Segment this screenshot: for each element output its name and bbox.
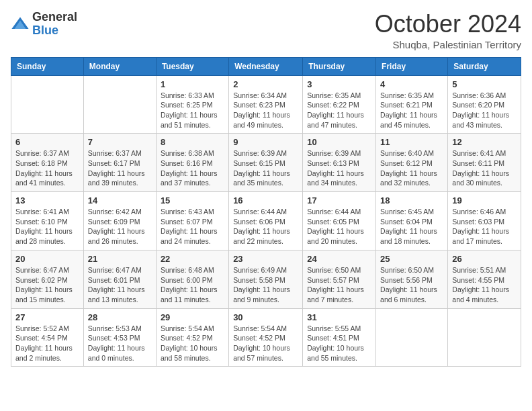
calendar-cell: 19Sunrise: 6:46 AM Sunset: 6:03 PM Dayli… xyxy=(448,192,521,250)
calendar-cell: 25Sunrise: 6:50 AM Sunset: 5:56 PM Dayli… xyxy=(376,250,448,308)
calendar-cell: 24Sunrise: 6:50 AM Sunset: 5:57 PM Dayli… xyxy=(303,250,376,308)
day-number: 5 xyxy=(452,79,517,89)
calendar-cell xyxy=(448,308,521,367)
calendar-cell: 29Sunrise: 5:54 AM Sunset: 4:52 PM Dayli… xyxy=(156,308,228,367)
day-number: 21 xyxy=(88,254,152,264)
weekday-header-sunday: Sunday xyxy=(11,57,84,75)
week-row-3: 13Sunrise: 6:41 AM Sunset: 6:10 PM Dayli… xyxy=(11,192,521,250)
day-info: Sunrise: 6:38 AM Sunset: 6:16 PM Dayligh… xyxy=(161,148,224,188)
day-number: 3 xyxy=(307,79,371,89)
calendar-cell: 3Sunrise: 6:35 AM Sunset: 6:22 PM Daylig… xyxy=(303,75,376,134)
day-info: Sunrise: 6:33 AM Sunset: 6:25 PM Dayligh… xyxy=(161,91,224,130)
day-number: 9 xyxy=(233,137,298,147)
day-info: Sunrise: 6:41 AM Sunset: 6:11 PM Dayligh… xyxy=(452,148,517,188)
day-info: Sunrise: 5:55 AM Sunset: 4:51 PM Dayligh… xyxy=(307,324,371,363)
calendar-cell: 12Sunrise: 6:41 AM Sunset: 6:11 PM Dayli… xyxy=(448,134,521,192)
calendar-cell: 31Sunrise: 5:55 AM Sunset: 4:51 PM Dayli… xyxy=(303,308,376,367)
weekday-header-tuesday: Tuesday xyxy=(156,57,228,75)
weekday-header-saturday: Saturday xyxy=(448,57,521,75)
calendar-cell: 22Sunrise: 6:48 AM Sunset: 6:00 PM Dayli… xyxy=(156,250,228,308)
day-info: Sunrise: 6:50 AM Sunset: 5:56 PM Dayligh… xyxy=(380,265,443,305)
day-info: Sunrise: 6:48 AM Sunset: 6:00 PM Dayligh… xyxy=(161,265,224,305)
calendar-cell: 21Sunrise: 6:47 AM Sunset: 6:01 PM Dayli… xyxy=(83,250,156,308)
day-info: Sunrise: 6:46 AM Sunset: 6:03 PM Dayligh… xyxy=(452,207,517,246)
day-info: Sunrise: 5:54 AM Sunset: 4:52 PM Dayligh… xyxy=(161,324,224,363)
calendar-cell: 18Sunrise: 6:45 AM Sunset: 6:04 PM Dayli… xyxy=(376,192,448,250)
day-number: 8 xyxy=(161,137,224,147)
day-info: Sunrise: 5:53 AM Sunset: 4:53 PM Dayligh… xyxy=(88,324,152,363)
logo-text: General Blue xyxy=(32,11,77,38)
day-number: 27 xyxy=(15,312,79,322)
day-info: Sunrise: 6:44 AM Sunset: 6:05 PM Dayligh… xyxy=(307,207,371,246)
title-section: October 2024 Shuqba, Palestinian Territo… xyxy=(375,11,521,50)
day-number: 6 xyxy=(15,137,79,147)
logo-general: General xyxy=(32,11,77,24)
month-title: October 2024 xyxy=(375,11,521,38)
weekday-header-friday: Friday xyxy=(376,57,448,75)
day-info: Sunrise: 6:39 AM Sunset: 6:13 PM Dayligh… xyxy=(307,148,371,188)
day-number: 22 xyxy=(161,254,224,264)
day-number: 11 xyxy=(380,137,443,147)
day-number: 16 xyxy=(233,195,298,205)
calendar-cell: 8Sunrise: 6:38 AM Sunset: 6:16 PM Daylig… xyxy=(156,134,228,192)
weekday-header-wednesday: Wednesday xyxy=(229,57,303,75)
week-row-1: 1Sunrise: 6:33 AM Sunset: 6:25 PM Daylig… xyxy=(11,75,521,134)
day-info: Sunrise: 5:52 AM Sunset: 4:54 PM Dayligh… xyxy=(15,324,79,363)
calendar-cell: 13Sunrise: 6:41 AM Sunset: 6:10 PM Dayli… xyxy=(11,192,84,250)
day-number: 14 xyxy=(88,195,152,205)
week-row-5: 27Sunrise: 5:52 AM Sunset: 4:54 PM Dayli… xyxy=(11,308,521,367)
week-row-2: 6Sunrise: 6:37 AM Sunset: 6:18 PM Daylig… xyxy=(11,134,521,192)
calendar-cell: 28Sunrise: 5:53 AM Sunset: 4:53 PM Dayli… xyxy=(83,308,156,367)
day-number: 12 xyxy=(452,137,517,147)
logo-blue: Blue xyxy=(32,24,77,38)
weekday-header-monday: Monday xyxy=(83,57,156,75)
day-info: Sunrise: 6:49 AM Sunset: 5:58 PM Dayligh… xyxy=(233,265,298,305)
calendar-cell: 14Sunrise: 6:42 AM Sunset: 6:09 PM Dayli… xyxy=(83,192,156,250)
day-number: 26 xyxy=(452,254,517,264)
day-info: Sunrise: 6:36 AM Sunset: 6:20 PM Dayligh… xyxy=(452,91,517,130)
day-number: 29 xyxy=(161,312,224,322)
day-number: 1 xyxy=(161,79,224,89)
calendar-cell xyxy=(11,75,84,134)
calendar-cell: 30Sunrise: 5:54 AM Sunset: 4:52 PM Dayli… xyxy=(229,308,303,367)
day-info: Sunrise: 6:40 AM Sunset: 6:12 PM Dayligh… xyxy=(380,148,443,188)
day-info: Sunrise: 6:37 AM Sunset: 6:17 PM Dayligh… xyxy=(88,148,152,188)
logo: General Blue xyxy=(11,11,77,38)
day-number: 25 xyxy=(380,254,443,264)
day-info: Sunrise: 6:34 AM Sunset: 6:23 PM Dayligh… xyxy=(233,91,298,130)
day-number: 23 xyxy=(233,254,298,264)
day-info: Sunrise: 6:35 AM Sunset: 6:22 PM Dayligh… xyxy=(307,91,371,130)
weekday-header-thursday: Thursday xyxy=(303,57,376,75)
calendar-cell: 4Sunrise: 6:35 AM Sunset: 6:21 PM Daylig… xyxy=(376,75,448,134)
calendar-cell: 1Sunrise: 6:33 AM Sunset: 6:25 PM Daylig… xyxy=(156,75,228,134)
day-number: 30 xyxy=(233,312,298,322)
calendar-cell xyxy=(376,308,448,367)
calendar-cell: 20Sunrise: 6:47 AM Sunset: 6:02 PM Dayli… xyxy=(11,250,84,308)
day-info: Sunrise: 6:43 AM Sunset: 6:07 PM Dayligh… xyxy=(161,207,224,246)
day-number: 31 xyxy=(307,312,371,322)
week-row-4: 20Sunrise: 6:47 AM Sunset: 6:02 PM Dayli… xyxy=(11,250,521,308)
day-info: Sunrise: 5:51 AM Sunset: 4:55 PM Dayligh… xyxy=(452,265,517,305)
header: General Blue October 2024 Shuqba, Palest… xyxy=(11,11,521,50)
day-number: 4 xyxy=(380,79,443,89)
day-info: Sunrise: 6:47 AM Sunset: 6:01 PM Dayligh… xyxy=(88,265,152,305)
day-info: Sunrise: 6:41 AM Sunset: 6:10 PM Dayligh… xyxy=(15,207,79,246)
day-info: Sunrise: 6:37 AM Sunset: 6:18 PM Dayligh… xyxy=(15,148,79,188)
day-number: 15 xyxy=(161,195,224,205)
day-number: 7 xyxy=(88,137,152,147)
day-info: Sunrise: 5:54 AM Sunset: 4:52 PM Dayligh… xyxy=(233,324,298,363)
day-info: Sunrise: 6:39 AM Sunset: 6:15 PM Dayligh… xyxy=(233,148,298,188)
calendar-cell: 2Sunrise: 6:34 AM Sunset: 6:23 PM Daylig… xyxy=(229,75,303,134)
day-number: 2 xyxy=(233,79,298,89)
day-info: Sunrise: 6:44 AM Sunset: 6:06 PM Dayligh… xyxy=(233,207,298,246)
calendar-cell: 23Sunrise: 6:49 AM Sunset: 5:58 PM Dayli… xyxy=(229,250,303,308)
calendar-cell: 11Sunrise: 6:40 AM Sunset: 6:12 PM Dayli… xyxy=(376,134,448,192)
calendar-cell: 6Sunrise: 6:37 AM Sunset: 6:18 PM Daylig… xyxy=(11,134,84,192)
day-number: 18 xyxy=(380,195,443,205)
calendar-cell: 26Sunrise: 5:51 AM Sunset: 4:55 PM Dayli… xyxy=(448,250,521,308)
day-info: Sunrise: 6:42 AM Sunset: 6:09 PM Dayligh… xyxy=(88,207,152,246)
day-number: 28 xyxy=(88,312,152,322)
calendar-cell: 16Sunrise: 6:44 AM Sunset: 6:06 PM Dayli… xyxy=(229,192,303,250)
day-number: 24 xyxy=(307,254,371,264)
day-number: 10 xyxy=(307,137,371,147)
